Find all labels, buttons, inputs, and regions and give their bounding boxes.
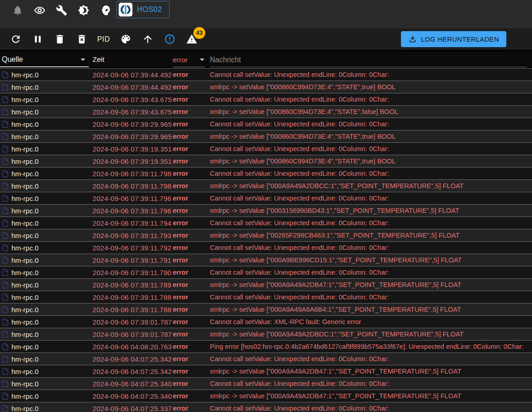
theme-toggle-button[interactable] <box>72 0 94 20</box>
file-icon <box>1 96 9 103</box>
scroll-top-button[interactable] <box>137 28 159 50</box>
log-row: hm-rpc.0 2024-09-06 04:08:20.763 error P… <box>0 341 532 353</box>
log-source-cell: hm-rpc.0 <box>0 207 93 215</box>
log-source-label: hm-rpc.0 <box>11 71 38 79</box>
download-log-button[interactable]: LOG HERUNTERLADEN <box>401 31 506 47</box>
source-filter-label: Quelle <box>2 55 23 64</box>
log-source-label: hm-rpc.0 <box>11 392 38 400</box>
log-source-cell: hm-rpc.0 <box>0 368 93 375</box>
log-message: Cannot call setValue: Unexpected endLine… <box>210 195 532 202</box>
expert-mode-button[interactable] <box>94 0 116 20</box>
log-source-label: hm-rpc.0 <box>11 108 38 116</box>
file-icon <box>1 244 9 252</box>
log-row: hm-rpc.0 2024-09-06 07:39:01.787 error C… <box>0 316 532 328</box>
log-source-cell: hm-rpc.0 <box>0 331 93 338</box>
pid-label: PID <box>97 35 110 43</box>
arrow-up-icon <box>142 33 154 45</box>
log-message: Cannot call setValue: Unexpected endLine… <box>210 380 532 387</box>
log-source-cell: hm-rpc.0 <box>0 306 93 314</box>
clear-on-disk-button[interactable] <box>71 28 93 50</box>
file-icon <box>1 256 9 264</box>
log-row: hm-rpc.0 2024-09-06 07:39:11.790 error C… <box>0 266 532 279</box>
file-icon <box>1 133 9 141</box>
time-header-label: Zeit <box>93 55 104 64</box>
info-filter-button[interactable] <box>159 28 181 50</box>
log-table-body[interactable]: hm-rpc.0 2024-09-06 07:39:44.492 error C… <box>0 68 532 412</box>
file-icon <box>1 195 9 202</box>
log-row: hm-rpc.0 2024-09-06 07:39:44.492 error C… <box>0 69 532 81</box>
file-icon <box>1 269 9 276</box>
log-source-label: hm-rpc.0 <box>11 318 38 326</box>
log-message: xmlrpc -> setValue ["000A9A49A6A6B4:1","… <box>210 306 532 313</box>
log-level: error <box>173 207 210 214</box>
log-message: xmlrpc -> setValue ["000860C994D73E:4","… <box>210 83 532 91</box>
host-tab[interactable]: HOS02 <box>116 1 170 18</box>
log-source-label: hm-rpc.0 <box>11 306 38 314</box>
log-source-label: hm-rpc.0 <box>11 331 38 338</box>
log-row: hm-rpc.0 2024-09-06 07:39:19.351 error C… <box>0 143 532 155</box>
log-source-label: hm-rpc.0 <box>11 182 38 190</box>
log-message: xmlrpc -> setValue ["000A9A49A2DB47:1","… <box>210 281 532 288</box>
file-icon <box>1 392 9 400</box>
log-row: hm-rpc.0 2024-09-06 07:39:11.798 error C… <box>0 168 532 180</box>
log-level: error <box>173 244 210 251</box>
log-time: 2024-09-06 07:39:11.798 <box>93 170 173 178</box>
log-source-cell: hm-rpc.0 <box>0 318 93 326</box>
log-source-label: hm-rpc.0 <box>11 269 38 276</box>
level-filter-select[interactable]: error <box>173 53 205 67</box>
log-source-cell: hm-rpc.0 <box>0 343 93 351</box>
log-level: error <box>173 281 210 288</box>
visibility-button[interactable] <box>28 0 50 20</box>
log-source-label: hm-rpc.0 <box>11 405 38 412</box>
log-level: error <box>173 83 210 91</box>
notifications-button[interactable] <box>6 0 28 20</box>
source-filter-select[interactable]: Quelle <box>0 53 89 67</box>
log-row: hm-rpc.0 2024-09-06 07:39:43.675 error C… <box>0 93 532 106</box>
clear-log-button[interactable] <box>49 28 71 50</box>
colorize-button[interactable] <box>115 28 137 50</box>
file-icon <box>1 405 9 412</box>
log-source-label: hm-rpc.0 <box>11 120 38 128</box>
log-source-cell: hm-rpc.0 <box>0 355 93 363</box>
file-icon <box>1 157 9 165</box>
log-level: error <box>173 380 210 387</box>
build-button[interactable] <box>50 0 72 20</box>
wrench-icon <box>56 5 67 16</box>
log-message: xmlrpc -> setValue ["000A9A49A2DB47:1","… <box>210 392 532 400</box>
log-row: hm-rpc.0 2024-09-06 07:39:11.788 error x… <box>0 304 532 316</box>
log-source-cell: hm-rpc.0 <box>0 96 93 103</box>
log-message: Cannot call setValue: Unexpected endLine… <box>210 355 532 363</box>
message-filter-input[interactable]: Nachricht <box>210 53 527 67</box>
log-row: hm-rpc.0 2024-09-06 04:07:25.342 error x… <box>0 365 532 378</box>
log-row: hm-rpc.0 2024-09-06 07:39:11.794 error C… <box>0 217 532 229</box>
log-message: xmlrpc -> setValue ["000A9A49A2DB47:1","… <box>210 368 532 375</box>
file-icon <box>1 207 9 215</box>
download-icon <box>408 35 417 43</box>
log-time: 2024-09-06 07:39:29.965 <box>93 120 173 128</box>
log-row: hm-rpc.0 2024-09-06 04:07:25.342 error C… <box>0 353 532 365</box>
log-level: error <box>173 405 210 412</box>
source-filter-cell: Quelle <box>0 51 93 67</box>
warnings-filter-button[interactable]: 43 <box>181 28 203 50</box>
log-message: xmlrpc -> setValue ["000A9A49A2DBDC:1","… <box>210 331 532 338</box>
log-time: 2024-09-06 07:39:11.798 <box>93 182 173 190</box>
refresh-button[interactable] <box>5 28 27 50</box>
log-time: 2024-09-06 07:39:44.492 <box>93 71 173 79</box>
log-source-cell: hm-rpc.0 <box>0 293 93 301</box>
log-source-cell: hm-rpc.0 <box>0 170 93 178</box>
log-source-cell: hm-rpc.0 <box>0 256 93 264</box>
log-source-label: hm-rpc.0 <box>11 232 38 239</box>
log-source-label: hm-rpc.0 <box>11 256 38 264</box>
log-source-label: hm-rpc.0 <box>11 293 38 301</box>
log-source-cell: hm-rpc.0 <box>0 195 93 202</box>
log-source-label: hm-rpc.0 <box>11 244 38 252</box>
file-icon <box>1 380 9 388</box>
pause-button[interactable] <box>27 28 49 50</box>
level-filter-cell: error <box>173 51 210 67</box>
delete-filtered-icon <box>76 33 88 45</box>
log-level: error <box>173 392 210 400</box>
log-level: error <box>173 120 210 128</box>
pid-toggle-button[interactable]: PID <box>93 28 115 50</box>
log-source-cell: hm-rpc.0 <box>0 219 93 227</box>
file-icon <box>1 331 9 338</box>
